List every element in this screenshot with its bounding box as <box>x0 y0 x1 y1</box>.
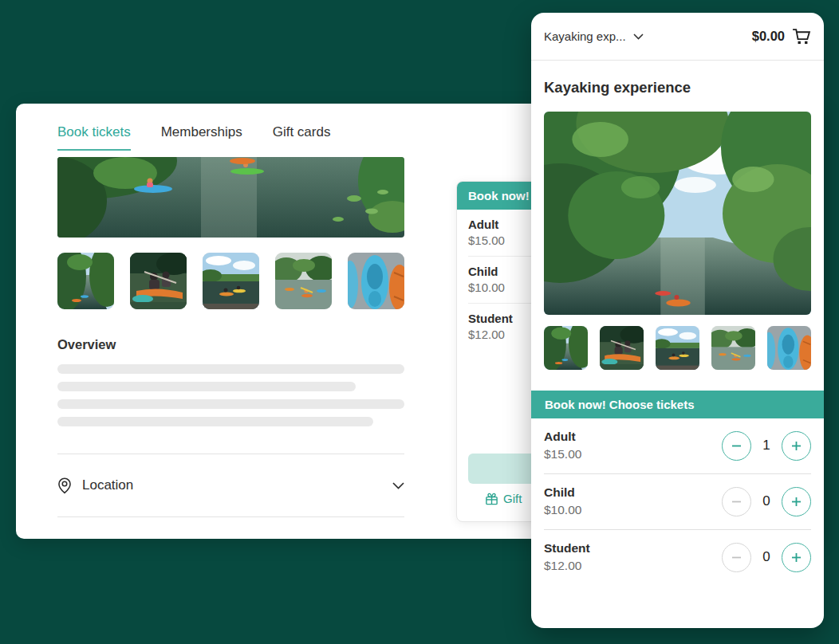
plus-button[interactable] <box>782 431 811 461</box>
quantity-value: 0 <box>762 493 771 509</box>
choose-tickets-banner: Book now! Choose tickets <box>531 391 824 418</box>
ticket-list: Adult $15.00 1 Child $10.00 <box>531 418 824 585</box>
ticket-price: $10.00 <box>544 503 581 517</box>
widget-thumbnails <box>544 326 811 370</box>
location-accordion[interactable]: Location <box>57 454 404 516</box>
gift-link[interactable]: Gift <box>485 492 522 505</box>
ticket-row-child: Child $10.00 0 <box>544 474 811 530</box>
cart-total: $0.00 <box>752 29 785 44</box>
location-label: Location <box>82 477 133 493</box>
minus-button[interactable] <box>722 487 751 516</box>
skeleton-line <box>57 399 404 409</box>
tab-book-tickets[interactable]: Book tickets <box>57 124 131 151</box>
gallery-main-photo <box>57 157 404 238</box>
widget-thumbnail-5[interactable] <box>767 326 811 370</box>
tab-gift-cards[interactable]: Gift cards <box>273 124 331 151</box>
minus-button[interactable] <box>722 543 751 572</box>
widget-header: Kayaking exp... $0.00 <box>531 13 824 61</box>
widget-thumbnail-1[interactable] <box>544 326 588 370</box>
overview-title: Overview <box>57 337 404 352</box>
plus-button[interactable] <box>782 543 811 572</box>
map-pin-icon <box>57 477 72 494</box>
ticket-row-adult: Adult $15.00 1 <box>544 418 811 474</box>
gallery-thumbnails <box>57 253 404 309</box>
widget-thumbnail-3[interactable] <box>656 326 699 370</box>
ticket-name: Adult <box>544 430 581 444</box>
product-selector-label: Kayaking exp... <box>544 29 626 43</box>
chevron-down-icon <box>633 33 644 40</box>
skeleton-line <box>57 417 373 426</box>
gallery-thumbnail-4[interactable] <box>275 253 332 309</box>
cart-button[interactable]: $0.00 <box>752 27 811 46</box>
ticket-name: Student <box>544 541 590 556</box>
section-divider <box>57 516 404 517</box>
shopping-cart-icon <box>791 27 811 46</box>
quantity-stepper: 0 <box>722 543 811 572</box>
quantity-value: 0 <box>762 549 771 565</box>
chevron-down-icon <box>392 482 404 489</box>
ticket-row-student: Student $12.00 0 <box>544 530 811 585</box>
experience-title: Kayaking experience <box>544 79 811 96</box>
quantity-value: 1 <box>762 438 771 454</box>
gallery-thumbnail-5[interactable] <box>348 253 404 309</box>
widget-thumbnail-2[interactable] <box>600 326 644 370</box>
plus-button[interactable] <box>782 487 811 516</box>
minus-button[interactable] <box>722 431 751 461</box>
gift-icon <box>485 492 498 505</box>
checkout-widget-panel: Kayaking exp... $0.00 Kayaking experienc… <box>531 13 824 628</box>
ticket-price: $12.00 <box>544 559 590 573</box>
quantity-stepper: 1 <box>722 431 811 461</box>
skeleton-line <box>57 364 404 374</box>
product-selector[interactable]: Kayaking exp... <box>544 29 644 43</box>
quantity-stepper: 0 <box>722 487 811 516</box>
widget-main-photo <box>544 112 811 315</box>
gift-link-label: Gift <box>503 492 522 505</box>
overview-skeleton <box>57 364 404 426</box>
ticket-name: Child <box>544 485 581 500</box>
ticket-price: $15.00 <box>544 447 581 461</box>
gallery-thumbnail-1[interactable] <box>57 253 114 309</box>
gallery-thumbnail-2[interactable] <box>130 253 187 309</box>
skeleton-line <box>57 382 356 391</box>
gallery-thumbnail-3[interactable] <box>203 253 259 309</box>
tab-memberships[interactable]: Memberships <box>161 124 242 151</box>
widget-thumbnail-4[interactable] <box>711 326 755 370</box>
